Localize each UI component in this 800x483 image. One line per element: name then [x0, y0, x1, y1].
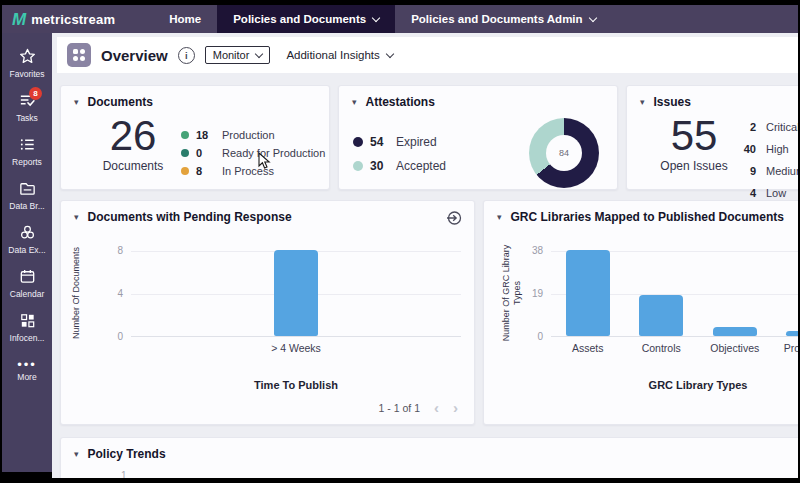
- legend-value: 54: [370, 135, 390, 149]
- collapse-caret-icon[interactable]: ▾: [74, 98, 79, 107]
- legend-dot-ready-for-production: [181, 149, 189, 157]
- legend-label: Ready for Production: [222, 147, 325, 159]
- documents-total: 26 Documents: [83, 114, 183, 173]
- bar-objectives[interactable]: [713, 327, 757, 336]
- page-previous-icon[interactable]: ‹: [434, 402, 439, 414]
- tab-label: Home: [169, 13, 201, 25]
- legend-value: 0: [196, 147, 216, 159]
- monitor-select-value: Monitor: [213, 49, 250, 61]
- collapse-caret-icon[interactable]: ▾: [497, 213, 502, 222]
- legend-item: 18 Production: [181, 126, 325, 144]
- attestations-donut[interactable]: 84: [529, 118, 599, 188]
- drill-through-icon[interactable]: [446, 210, 462, 230]
- card-title: Issues: [654, 95, 691, 109]
- sidebar-item-label: Infocen...: [10, 333, 45, 343]
- y-tick-label: 4: [95, 288, 123, 299]
- chevron-down-icon: [255, 49, 263, 57]
- sidebar-item-calendar[interactable]: Calendar: [2, 261, 52, 305]
- bar->-4-weeks[interactable]: [274, 250, 318, 336]
- breakdown-row: 9 Medium: [730, 160, 798, 182]
- issues-breakdown: 2 Critical 40 High 9 Medium 4: [730, 116, 798, 204]
- legend-label: In Process: [222, 165, 274, 177]
- x-category-label: Processes: [763, 342, 798, 354]
- y-tick-label: 0: [515, 331, 543, 342]
- bar-processes[interactable]: [786, 331, 798, 336]
- page-next-icon[interactable]: ›: [453, 402, 458, 414]
- x-axis-title: GRC Library Types: [551, 379, 798, 391]
- sidebar-item-favorites[interactable]: Favorites: [2, 41, 52, 85]
- monitor-select[interactable]: Monitor: [205, 46, 271, 64]
- donut-total: 84: [559, 148, 569, 158]
- metricstream-logo[interactable]: M metricstream: [2, 11, 125, 28]
- legend-value: 30: [370, 159, 390, 173]
- documents-count: 26: [83, 114, 183, 158]
- chevron-down-icon: [588, 13, 596, 21]
- additional-insights-menu[interactable]: Additional Insights: [286, 49, 392, 61]
- breakdown-label: Low: [766, 187, 786, 199]
- more-icon: •••: [17, 361, 37, 369]
- sidebar-item-label: Data Ex...: [8, 245, 45, 255]
- logo-text: metricstream: [31, 12, 115, 27]
- chevron-down-icon: [372, 13, 380, 21]
- sidebar: Favorites 8 Tasks Reports: [2, 33, 52, 478]
- attestations-legend: 54 Expired 30 Accepted: [353, 130, 446, 178]
- legend-item: 30 Accepted: [353, 154, 446, 178]
- sidebar-item-label: Favorites: [10, 69, 45, 79]
- sidebar-item-reports[interactable]: Reports: [2, 129, 52, 173]
- sidebar-item-label: Reports: [12, 157, 42, 167]
- collapse-caret-icon[interactable]: ▾: [74, 213, 79, 222]
- attestations-card: ▾ Attestations 54 Expired 30 Accepted: [338, 85, 618, 190]
- legend-label: Accepted: [396, 159, 446, 173]
- y-tick-label: 8: [95, 245, 123, 256]
- metricstream-logo-icon: M: [12, 11, 26, 28]
- legend-dot-expired: [353, 137, 363, 147]
- page-title: Overview: [101, 47, 168, 64]
- y-tick-label: 38: [515, 245, 543, 256]
- collapse-caret-icon[interactable]: ▾: [352, 98, 357, 107]
- app-grid-icon[interactable]: [67, 43, 91, 67]
- data-browser-icon: [18, 179, 37, 198]
- breakdown-label: Medium: [766, 165, 798, 177]
- tab-home[interactable]: Home: [153, 5, 217, 33]
- top-nav: M metricstream Home Policies and Documen…: [2, 5, 798, 33]
- documents-card: ▾ Documents 26 Documents 18 Production: [60, 85, 330, 190]
- breakdown-value: 40: [730, 143, 756, 155]
- bar-assets[interactable]: [566, 250, 610, 336]
- sidebar-item-label: Tasks: [16, 113, 38, 123]
- card-title: Documents: [88, 95, 153, 109]
- issues-card: ▾ Issues 55 Open Issues 2 Critical 40: [626, 85, 798, 190]
- card-title: Policy Trends: [88, 447, 166, 461]
- bar-controls[interactable]: [639, 295, 683, 336]
- calendar-icon: [18, 267, 37, 286]
- legend-dot-accepted: [353, 161, 363, 171]
- info-icon[interactable]: i: [178, 47, 195, 64]
- sidebar-item-tasks[interactable]: 8 Tasks: [2, 85, 52, 129]
- y-tick-label: 0: [95, 331, 123, 342]
- x-category-label: > 4 Weeks: [251, 342, 341, 354]
- sidebar-item-more[interactable]: ••• More: [2, 349, 52, 393]
- sidebar-item-infocenter[interactable]: Infocen...: [2, 305, 52, 349]
- y-tick-label: 1: [121, 470, 127, 478]
- issues-total: 55 Open Issues: [644, 114, 744, 173]
- tab-policies-and-documents-admin[interactable]: Policies and Documents Admin: [395, 5, 611, 33]
- breakdown-label: High: [766, 143, 789, 155]
- pagination-text: 1 - 1 of 1: [379, 402, 420, 414]
- collapse-caret-icon[interactable]: ▾: [74, 450, 79, 459]
- breakdown-row: 40 High: [730, 138, 798, 160]
- tab-label: Policies and Documents Admin: [411, 13, 582, 25]
- bar-chart-grc-libraries: 01938AssetsControlsObjectivesProcesses: [551, 251, 798, 337]
- legend-label: Production: [222, 129, 275, 141]
- breakdown-value: 2: [730, 121, 756, 133]
- legend-item: 8 In Process: [181, 162, 325, 180]
- collapse-caret-icon[interactable]: ▾: [640, 98, 645, 107]
- sidebar-item-data-exchange[interactable]: Data Ex...: [2, 217, 52, 261]
- infocenter-icon: [18, 311, 37, 330]
- legend-dot-production: [181, 131, 189, 139]
- card-title: Attestations: [366, 95, 435, 109]
- documents-legend: 18 Production 0 Ready for Production 8 I…: [181, 126, 325, 180]
- pagination: 1 - 1 of 1 ‹ ›: [379, 402, 458, 414]
- tab-policies-and-documents[interactable]: Policies and Documents: [217, 5, 395, 33]
- sidebar-item-data-browser[interactable]: Data Br...: [2, 173, 52, 217]
- page-header: Overview i Monitor Additional Insights: [57, 37, 798, 73]
- breakdown-value: 4: [730, 187, 756, 199]
